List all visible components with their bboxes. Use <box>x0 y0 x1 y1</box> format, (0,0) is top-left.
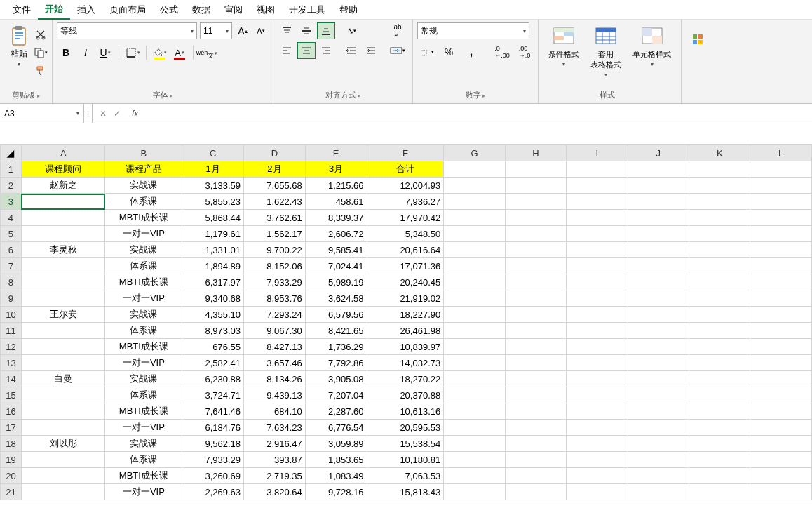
cell[interactable] <box>567 403 628 420</box>
cell[interactable] <box>505 226 566 242</box>
cell[interactable] <box>505 387 566 403</box>
menu-item-5[interactable]: 数据 <box>185 1 217 19</box>
cell[interactable] <box>750 339 812 355</box>
menu-item-7[interactable]: 视图 <box>250 1 282 19</box>
cell[interactable] <box>505 436 566 452</box>
percent-button[interactable]: % <box>440 44 458 60</box>
decrease-font-button[interactable]: A▾ <box>253 22 269 39</box>
cell[interactable] <box>750 194 812 210</box>
cell[interactable] <box>567 178 628 194</box>
cell[interactable] <box>750 484 812 500</box>
menu-item-1[interactable]: 开始 <box>38 0 70 20</box>
cell[interactable] <box>689 436 750 452</box>
row-header-5[interactable]: 5 <box>1 226 22 242</box>
number-format-select[interactable]: 常规▾ <box>417 22 529 39</box>
row-header-4[interactable]: 4 <box>1 210 22 226</box>
comma-button[interactable]: , <box>462 44 480 60</box>
cell[interactable]: 一对一VIP <box>105 420 182 436</box>
row-header-12[interactable]: 12 <box>1 339 22 355</box>
cell[interactable]: 8,973.03 <box>182 323 244 339</box>
cell[interactable]: 1,083.49 <box>305 468 367 484</box>
cell[interactable] <box>21 210 105 226</box>
increase-decimal-button[interactable]: .0←.00 <box>493 44 511 60</box>
cell[interactable]: MBTI成长课 <box>105 274 182 290</box>
cell[interactable] <box>750 452 812 468</box>
cell[interactable] <box>444 403 505 420</box>
cell[interactable] <box>444 387 505 403</box>
cell[interactable] <box>444 371 505 387</box>
cell[interactable] <box>628 290 689 307</box>
row-header-6[interactable]: 6 <box>1 242 22 258</box>
cell[interactable] <box>628 307 689 323</box>
cell[interactable] <box>505 242 566 258</box>
cell[interactable] <box>505 194 566 210</box>
cell[interactable] <box>567 226 628 242</box>
cell[interactable]: 体系课 <box>105 194 182 210</box>
phonetic-button[interactable]: wén文▾ <box>198 44 216 62</box>
cell[interactable] <box>628 339 689 355</box>
accounting-format-button[interactable]: ⬚▾ <box>417 44 435 60</box>
cell[interactable]: 一对一VIP <box>105 226 182 242</box>
cell[interactable]: 一对一VIP <box>105 355 182 371</box>
align-right-button[interactable] <box>317 42 335 59</box>
cell[interactable] <box>567 452 628 468</box>
cell[interactable] <box>567 290 628 307</box>
header-cell[interactable]: 合计 <box>367 161 444 178</box>
cell[interactable]: 6,184.76 <box>182 420 244 436</box>
row-header-14[interactable]: 14 <box>1 371 22 387</box>
cell[interactable] <box>628 194 689 210</box>
cell[interactable]: 1,622.43 <box>244 194 306 210</box>
cell[interactable] <box>444 355 505 371</box>
cell[interactable]: 3,657.46 <box>244 355 306 371</box>
merge-button[interactable]: ▾ <box>387 42 408 59</box>
cell[interactable] <box>628 161 689 178</box>
row-header-15[interactable]: 15 <box>1 387 22 403</box>
cell[interactable]: 20,370.88 <box>367 387 444 403</box>
cell[interactable]: 2,719.35 <box>244 468 306 484</box>
menu-item-8[interactable]: 开发工具 <box>282 1 332 19</box>
cell[interactable]: 9,067.30 <box>244 323 306 339</box>
row-header-16[interactable]: 16 <box>1 403 22 420</box>
cell[interactable] <box>567 468 628 484</box>
cell[interactable]: 676.55 <box>182 339 244 355</box>
cell[interactable] <box>628 420 689 436</box>
col-header-K[interactable]: K <box>689 145 750 161</box>
enter-formula-button[interactable]: ✓ <box>114 109 121 119</box>
cell[interactable] <box>628 436 689 452</box>
col-header-L[interactable]: L <box>750 145 812 161</box>
cell[interactable] <box>750 290 812 307</box>
cell[interactable]: 2,287.60 <box>305 403 367 420</box>
row-header-21[interactable]: 21 <box>1 484 22 500</box>
cell[interactable] <box>628 452 689 468</box>
cell[interactable]: 3,762.61 <box>244 210 306 226</box>
cell[interactable]: 10,180.81 <box>367 452 444 468</box>
cell[interactable] <box>444 339 505 355</box>
col-header-J[interactable]: J <box>628 145 689 161</box>
cell[interactable] <box>444 274 505 290</box>
cell[interactable] <box>628 371 689 387</box>
cell[interactable]: 7,933.29 <box>244 274 306 290</box>
cell[interactable]: 2,606.72 <box>305 226 367 242</box>
col-header-D[interactable]: D <box>244 145 306 161</box>
cell[interactable] <box>21 468 105 484</box>
cell[interactable]: 5,989.19 <box>305 274 367 290</box>
menu-item-9[interactable]: 帮助 <box>332 1 365 19</box>
cell[interactable] <box>628 226 689 242</box>
cell[interactable] <box>444 307 505 323</box>
cell[interactable]: 2,582.41 <box>182 355 244 371</box>
cell[interactable] <box>750 258 812 274</box>
cell[interactable] <box>444 258 505 274</box>
cell[interactable] <box>444 452 505 468</box>
cell[interactable] <box>628 355 689 371</box>
name-box-handle[interactable]: ⋮ <box>84 104 93 123</box>
cell[interactable] <box>505 484 566 500</box>
cell[interactable]: 6,317.97 <box>182 274 244 290</box>
cell[interactable]: 8,134.26 <box>244 371 306 387</box>
row-header-8[interactable]: 8 <box>1 274 22 290</box>
cell[interactable]: 体系课 <box>105 258 182 274</box>
align-bottom-button[interactable] <box>317 22 335 39</box>
cell[interactable] <box>505 420 566 436</box>
cell[interactable]: 一对一VIP <box>105 484 182 500</box>
cell[interactable]: 2,916.47 <box>244 436 306 452</box>
cell[interactable] <box>505 210 566 226</box>
